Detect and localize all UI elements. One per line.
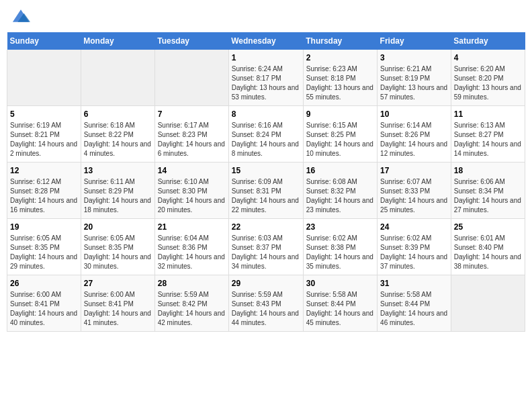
header-saturday: Saturday: [451, 32, 525, 50]
day-number: 21: [158, 222, 226, 232]
day-info: Sunrise: 6:24 AM Sunset: 8:17 PM Dayligh…: [232, 64, 300, 102]
calendar-day-cell: 10Sunrise: 6:14 AM Sunset: 8:26 PM Dayli…: [378, 106, 451, 163]
day-number: 31: [380, 279, 448, 288]
day-number: 16: [306, 166, 374, 175]
calendar-day-cell: 20Sunrise: 6:05 AM Sunset: 8:35 PM Dayli…: [81, 219, 154, 275]
calendar-day-cell: [451, 275, 525, 332]
header-wednesday: Wednesday: [228, 32, 303, 50]
calendar-day-cell: 19Sunrise: 6:05 AM Sunset: 8:35 PM Dayli…: [7, 219, 81, 275]
day-number: 22: [232, 222, 300, 232]
header-thursday: Thursday: [303, 32, 377, 50]
calendar-day-cell: 31Sunrise: 5:58 AM Sunset: 8:44 PM Dayli…: [378, 275, 451, 332]
day-info: Sunrise: 6:02 AM Sunset: 8:39 PM Dayligh…: [380, 234, 448, 271]
calendar-day-cell: [81, 50, 154, 106]
day-number: 14: [158, 166, 226, 175]
day-info: Sunrise: 6:13 AM Sunset: 8:27 PM Dayligh…: [454, 121, 522, 158]
day-number: 7: [158, 109, 226, 119]
calendar-day-cell: 1Sunrise: 6:24 AM Sunset: 8:17 PM Daylig…: [228, 50, 303, 106]
page-header: [7, 7, 525, 26]
day-info: Sunrise: 6:12 AM Sunset: 8:28 PM Dayligh…: [10, 177, 78, 215]
calendar-day-cell: 22Sunrise: 6:03 AM Sunset: 8:37 PM Dayli…: [228, 219, 303, 275]
day-number: 11: [454, 109, 522, 119]
calendar-day-cell: 23Sunrise: 6:02 AM Sunset: 8:38 PM Dayli…: [303, 219, 377, 275]
calendar-day-cell: 25Sunrise: 6:01 AM Sunset: 8:40 PM Dayli…: [451, 219, 525, 275]
day-info: Sunrise: 6:21 AM Sunset: 8:19 PM Dayligh…: [380, 64, 448, 102]
day-info: Sunrise: 6:08 AM Sunset: 8:32 PM Dayligh…: [306, 177, 374, 215]
calendar-day-cell: 28Sunrise: 5:59 AM Sunset: 8:42 PM Dayli…: [154, 275, 228, 332]
day-number: 23: [306, 222, 374, 232]
header-sunday: Sunday: [7, 32, 81, 50]
day-number: 29: [232, 279, 300, 288]
calendar-day-cell: 8Sunrise: 6:16 AM Sunset: 8:24 PM Daylig…: [228, 106, 303, 163]
day-number: 8: [232, 109, 300, 119]
day-number: 10: [380, 109, 448, 119]
day-info: Sunrise: 6:09 AM Sunset: 8:31 PM Dayligh…: [232, 177, 300, 215]
calendar-day-cell: 12Sunrise: 6:12 AM Sunset: 8:28 PM Dayli…: [7, 163, 81, 219]
calendar-day-cell: 15Sunrise: 6:09 AM Sunset: 8:31 PM Dayli…: [228, 163, 303, 219]
calendar-week-row: 5Sunrise: 6:19 AM Sunset: 8:21 PM Daylig…: [7, 106, 525, 163]
day-number: 18: [454, 166, 522, 175]
calendar-day-cell: 27Sunrise: 6:00 AM Sunset: 8:41 PM Dayli…: [81, 275, 154, 332]
day-info: Sunrise: 6:19 AM Sunset: 8:21 PM Dayligh…: [10, 121, 78, 158]
day-info: Sunrise: 6:20 AM Sunset: 8:20 PM Dayligh…: [454, 64, 522, 102]
day-number: 1: [232, 53, 300, 62]
day-info: Sunrise: 5:59 AM Sunset: 8:42 PM Dayligh…: [158, 290, 226, 328]
day-number: 6: [84, 109, 152, 119]
day-number: 13: [84, 166, 152, 175]
calendar-day-cell: 30Sunrise: 5:58 AM Sunset: 8:44 PM Dayli…: [303, 275, 377, 332]
calendar-day-cell: [154, 50, 228, 106]
header-tuesday: Tuesday: [154, 32, 228, 50]
day-info: Sunrise: 6:00 AM Sunset: 8:41 PM Dayligh…: [10, 290, 78, 328]
day-number: 9: [306, 109, 374, 119]
day-number: 12: [10, 166, 78, 175]
header-monday: Monday: [81, 32, 154, 50]
header-friday: Friday: [378, 32, 451, 50]
day-info: Sunrise: 6:05 AM Sunset: 8:35 PM Dayligh…: [84, 234, 152, 271]
calendar-day-cell: 2Sunrise: 6:23 AM Sunset: 8:18 PM Daylig…: [303, 50, 377, 106]
day-info: Sunrise: 6:01 AM Sunset: 8:40 PM Dayligh…: [454, 234, 522, 271]
calendar-day-cell: 11Sunrise: 6:13 AM Sunset: 8:27 PM Dayli…: [451, 106, 525, 163]
day-info: Sunrise: 6:10 AM Sunset: 8:30 PM Dayligh…: [158, 177, 226, 215]
day-number: 27: [84, 279, 152, 288]
day-number: 17: [380, 166, 448, 175]
day-info: Sunrise: 6:11 AM Sunset: 8:29 PM Dayligh…: [84, 177, 152, 215]
calendar-header-row: Sunday Monday Tuesday Wednesday Thursday…: [7, 32, 525, 50]
day-info: Sunrise: 6:03 AM Sunset: 8:37 PM Dayligh…: [232, 234, 300, 271]
calendar-week-row: 1Sunrise: 6:24 AM Sunset: 8:17 PM Daylig…: [7, 50, 525, 106]
day-info: Sunrise: 5:58 AM Sunset: 8:44 PM Dayligh…: [380, 290, 448, 328]
calendar-day-cell: 16Sunrise: 6:08 AM Sunset: 8:32 PM Dayli…: [303, 163, 377, 219]
day-info: Sunrise: 6:17 AM Sunset: 8:23 PM Dayligh…: [158, 121, 226, 158]
day-info: Sunrise: 6:16 AM Sunset: 8:24 PM Dayligh…: [232, 121, 300, 158]
calendar-day-cell: 4Sunrise: 6:20 AM Sunset: 8:20 PM Daylig…: [451, 50, 525, 106]
day-info: Sunrise: 6:23 AM Sunset: 8:18 PM Dayligh…: [306, 64, 374, 102]
calendar-day-cell: 13Sunrise: 6:11 AM Sunset: 8:29 PM Dayli…: [81, 163, 154, 219]
day-number: 4: [454, 53, 522, 62]
day-info: Sunrise: 6:04 AM Sunset: 8:36 PM Dayligh…: [158, 234, 226, 271]
calendar-day-cell: 6Sunrise: 6:18 AM Sunset: 8:22 PM Daylig…: [81, 106, 154, 163]
calendar-day-cell: [7, 50, 81, 106]
calendar-day-cell: 5Sunrise: 6:19 AM Sunset: 8:21 PM Daylig…: [7, 106, 81, 163]
day-info: Sunrise: 6:15 AM Sunset: 8:25 PM Dayligh…: [306, 121, 374, 158]
calendar-day-cell: 29Sunrise: 5:59 AM Sunset: 8:43 PM Dayli…: [228, 275, 303, 332]
day-number: 3: [380, 53, 448, 62]
calendar-week-row: 26Sunrise: 6:00 AM Sunset: 8:41 PM Dayli…: [7, 275, 525, 332]
day-info: Sunrise: 6:02 AM Sunset: 8:38 PM Dayligh…: [306, 234, 374, 271]
logo: [10, 7, 30, 26]
calendar-day-cell: 7Sunrise: 6:17 AM Sunset: 8:23 PM Daylig…: [154, 106, 228, 163]
day-info: Sunrise: 5:58 AM Sunset: 8:44 PM Dayligh…: [306, 290, 374, 328]
day-info: Sunrise: 6:05 AM Sunset: 8:35 PM Dayligh…: [10, 234, 78, 271]
calendar-day-cell: 3Sunrise: 6:21 AM Sunset: 8:19 PM Daylig…: [378, 50, 451, 106]
day-info: Sunrise: 5:59 AM Sunset: 8:43 PM Dayligh…: [232, 290, 300, 328]
calendar-day-cell: 26Sunrise: 6:00 AM Sunset: 8:41 PM Dayli…: [7, 275, 81, 332]
day-number: 5: [10, 109, 78, 119]
day-number: 15: [232, 166, 300, 175]
day-info: Sunrise: 6:07 AM Sunset: 8:33 PM Dayligh…: [380, 177, 448, 215]
day-info: Sunrise: 6:00 AM Sunset: 8:41 PM Dayligh…: [84, 290, 152, 328]
day-number: 25: [454, 222, 522, 232]
calendar-week-row: 19Sunrise: 6:05 AM Sunset: 8:35 PM Dayli…: [7, 219, 525, 275]
calendar-week-row: 12Sunrise: 6:12 AM Sunset: 8:28 PM Dayli…: [7, 163, 525, 219]
calendar-day-cell: 21Sunrise: 6:04 AM Sunset: 8:36 PM Dayli…: [154, 219, 228, 275]
calendar-day-cell: 18Sunrise: 6:06 AM Sunset: 8:34 PM Dayli…: [451, 163, 525, 219]
day-info: Sunrise: 6:14 AM Sunset: 8:26 PM Dayligh…: [380, 121, 448, 158]
calendar-day-cell: 17Sunrise: 6:07 AM Sunset: 8:33 PM Dayli…: [378, 163, 451, 219]
